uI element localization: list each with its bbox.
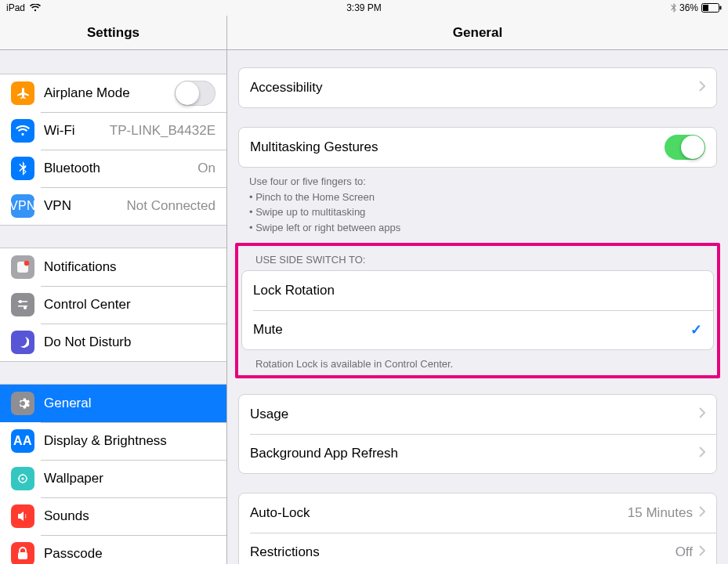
display-size-icon: AA (11, 429, 34, 453)
annotation-highlight: Use Side Switch To: Lock Rotation Mute ✓… (235, 243, 720, 378)
sidebar-item-label: Do Not Disturb (44, 334, 131, 350)
wifi-icon (30, 4, 41, 12)
cell-restrictions[interactable]: Restrictions Off (239, 533, 716, 565)
sidebar-item-label: Notifications (44, 259, 117, 275)
cell-label: Mute (253, 322, 690, 338)
sidebar-item-sounds[interactable]: Sounds (0, 497, 226, 535)
cell-accessibility[interactable]: Accessibility (239, 68, 716, 107)
svg-rect-8 (18, 301, 27, 302)
sidebar-item-passcode[interactable]: Passcode (0, 535, 226, 564)
multitasking-footer-intro: Use four or five fingers to: (249, 174, 706, 190)
wallpaper-icon (11, 467, 34, 490)
sidebar-item-label: VPN (44, 198, 71, 214)
chevron-right-icon (699, 80, 705, 96)
cell-auto-lock[interactable]: Auto-Lock 15 Minutes (239, 494, 716, 533)
svg-rect-6 (18, 306, 27, 307)
sidebar-group-notifications: Notifications Control Center Do Not Dist… (0, 248, 226, 362)
cell-label: Auto-Lock (250, 505, 628, 521)
sidebar-item-label: Wi-Fi (44, 123, 75, 139)
sidebar-item-value: Not Connected (127, 198, 216, 214)
sidebar-item-label: Bluetooth (44, 161, 100, 176)
svg-point-12 (22, 482, 24, 483)
clock-label: 3:39 PM (346, 2, 382, 13)
airplane-icon (11, 81, 34, 105)
general-detail-panel: Accessibility Multitasking Gestures Use … (227, 50, 728, 564)
status-bar: iPad 3:39 PM 36% (0, 0, 728, 16)
chevron-right-icon (699, 407, 705, 422)
chevron-right-icon (699, 505, 705, 521)
multitasking-gestures-toggle[interactable] (665, 135, 705, 160)
chevron-right-icon (699, 446, 705, 461)
notifications-icon (11, 255, 34, 279)
speaker-icon (11, 504, 34, 528)
svg-rect-2 (720, 6, 722, 10)
title-bar: Settings General (0, 16, 728, 50)
cell-usage[interactable]: Usage (239, 395, 716, 434)
sidebar-item-general[interactable]: General (0, 385, 226, 422)
sidebar-item-vpn[interactable]: VPN VPN Not Connected (0, 187, 226, 225)
cell-background-app-refresh[interactable]: Background App Refresh (239, 434, 716, 473)
sidebar-group-connectivity: Airplane Mode Wi-Fi TP-LINK_B4432E Bluet… (0, 74, 226, 226)
sidebar-item-value: TP-LINK_B4432E (110, 123, 216, 139)
detail-title: General (227, 16, 728, 49)
settings-sidebar: Airplane Mode Wi-Fi TP-LINK_B4432E Bluet… (0, 50, 227, 564)
sidebar-item-wallpaper[interactable]: Wallpaper (0, 460, 226, 497)
sidebar-item-airplane-mode[interactable]: Airplane Mode (0, 74, 226, 112)
airplane-mode-toggle[interactable] (175, 81, 216, 106)
cell-label: Usage (250, 407, 699, 422)
cell-value: 15 Minutes (628, 505, 693, 521)
sidebar-item-label: Sounds (44, 508, 89, 524)
battery-percent-label: 36% (679, 2, 698, 13)
sidebar-item-wifi[interactable]: Wi-Fi TP-LINK_B4432E (0, 112, 226, 150)
svg-point-4 (24, 261, 29, 266)
vpn-icon: VPN (11, 194, 34, 218)
cell-label: Background App Refresh (250, 446, 699, 461)
svg-point-14 (26, 478, 27, 479)
lock-icon (11, 542, 34, 564)
bluetooth-icon (671, 3, 676, 13)
sidebar-item-label: Display & Brightness (44, 433, 167, 449)
svg-rect-15 (18, 552, 27, 559)
sidebar-item-control-center[interactable]: Control Center (0, 286, 226, 324)
sidebar-item-label: General (44, 396, 91, 411)
sidebar-group-general: General AA Display & Brightness Wallpape… (0, 384, 226, 564)
cell-label: Lock Rotation (253, 283, 702, 298)
svg-point-7 (24, 306, 27, 309)
sidebar-item-label: Wallpaper (44, 471, 103, 486)
sidebar-item-display-brightness[interactable]: AA Display & Brightness (0, 422, 226, 460)
sidebar-item-bluetooth[interactable]: Bluetooth On (0, 150, 226, 187)
moon-icon (11, 331, 34, 354)
sidebar-item-notifications[interactable]: Notifications (0, 248, 226, 286)
svg-point-10 (21, 477, 24, 479)
sidebar-item-value: On (197, 161, 216, 176)
side-switch-footer: Rotation Lock is available in Control Ce… (241, 350, 714, 372)
control-center-icon (11, 293, 34, 316)
sidebar-item-do-not-disturb[interactable]: Do Not Disturb (0, 324, 226, 361)
sidebar-item-label: Passcode (44, 546, 103, 562)
cell-label: Restrictions (250, 544, 675, 560)
sidebar-title: Settings (0, 16, 227, 49)
svg-point-13 (18, 478, 20, 479)
cell-label: Multitasking Gestures (250, 139, 665, 155)
battery-icon (701, 3, 722, 13)
svg-rect-1 (703, 5, 708, 11)
sidebar-item-label: Airplane Mode (44, 85, 130, 101)
sidebar-item-label: Control Center (44, 297, 131, 313)
cell-lock-rotation[interactable]: Lock Rotation (242, 271, 713, 310)
multitasking-footer: Use four or five fingers to: • Pinch to … (238, 168, 717, 235)
cell-label: Accessibility (250, 80, 699, 96)
wifi-settings-icon (11, 119, 34, 143)
side-switch-header: Use Side Switch To: (241, 249, 714, 270)
bluetooth-settings-icon (11, 157, 34, 180)
device-label: iPad (6, 2, 25, 13)
cell-value: Off (675, 544, 693, 560)
checkmark-icon: ✓ (690, 321, 702, 338)
cell-multitasking-gestures[interactable]: Multitasking Gestures (239, 128, 716, 167)
cell-mute[interactable]: Mute ✓ (242, 310, 713, 349)
gear-icon (11, 392, 34, 415)
svg-point-11 (22, 474, 24, 475)
chevron-right-icon (699, 544, 705, 560)
